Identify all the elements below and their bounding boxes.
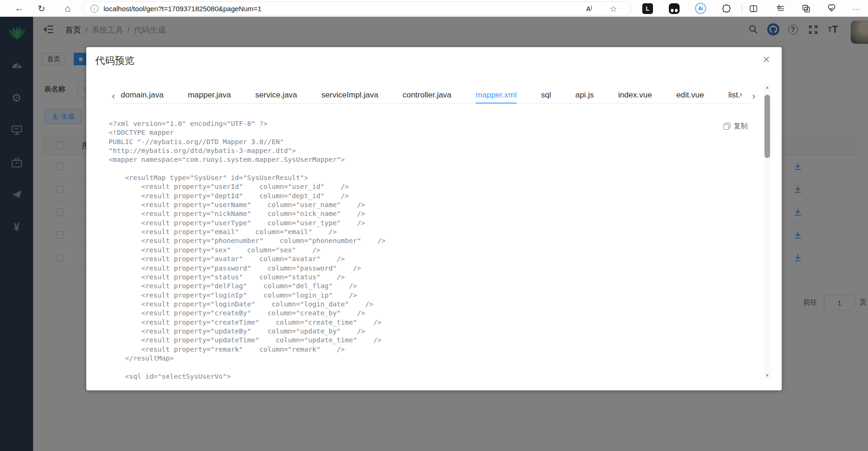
url-text[interactable]: localhost/tool/gen?t=1709371825080&pageN… — [104, 5, 262, 13]
tab-edit-vue[interactable]: edit.vue — [676, 88, 704, 104]
tab-serviceimpl-java[interactable]: serviceImpl.java — [321, 88, 378, 104]
tab-api-js[interactable]: api.js — [575, 88, 594, 104]
tab-list-vue[interactable]: list.vue — [728, 88, 742, 104]
tab-domain-java[interactable]: domain.java — [121, 88, 164, 104]
site-info-icon[interactable]: i — [90, 5, 98, 13]
app-root: ⚙ ¥ 首页/系统工具/代码生成 — [0, 17, 868, 451]
dialog-title: 代码预览 — [95, 54, 134, 67]
code-content[interactable]: <?xml version="1.0" encoding="UTF-8" ?> … — [109, 119, 738, 381]
extension-l-icon[interactable]: L — [642, 3, 653, 14]
extensions-puzzle-icon[interactable] — [720, 2, 732, 14]
code-preview-dialog: 代码预览 × ‹ domain.java mapper.java service… — [86, 47, 782, 390]
tab-mapper-xml[interactable]: mapper.xml — [476, 88, 517, 104]
tab-controller-java[interactable]: controller.java — [403, 88, 451, 104]
scrollbar-thumb[interactable] — [764, 95, 770, 158]
extension-ai-icon[interactable]: Ai — [695, 3, 706, 14]
browser-menu-icon[interactable]: ··· — [850, 2, 862, 14]
tabs-nav: domain.java mapper.java service.java ser… — [121, 88, 742, 104]
tab-sql[interactable]: sql — [541, 88, 551, 104]
address-bar[interactable]: i localhost/tool/gen?t=1709371825080&pag… — [83, 2, 631, 15]
file-tabs: ‹ domain.java mapper.java service.java s… — [111, 88, 751, 104]
extension-panda-icon[interactable] — [669, 3, 680, 14]
screen: ← ↻ ⌂ i localhost/tool/gen?t=17093718250… — [0, 0, 868, 451]
browser-back-icon[interactable]: ← — [13, 2, 25, 14]
browser-refresh-icon[interactable]: ↻ — [35, 2, 48, 14]
scroll-down-icon[interactable]: ▼ — [764, 372, 771, 379]
tab-service-java[interactable]: service.java — [255, 88, 297, 104]
browser-essentials-icon[interactable] — [826, 2, 838, 14]
toolbar-divider — [742, 4, 742, 13]
browser-home-icon[interactable]: ⌂ — [62, 2, 74, 14]
tabs-scroll-left-icon[interactable]: ‹ — [109, 88, 118, 104]
tab-actions-icon[interactable] — [800, 2, 812, 14]
browser-toolbar: ← ↻ ⌂ i localhost/tool/gen?t=17093718250… — [0, 0, 868, 17]
favorite-star-icon[interactable]: ☆ — [608, 4, 619, 14]
tab-index-vue[interactable]: index.vue — [618, 88, 652, 104]
split-screen-icon[interactable] — [747, 2, 759, 14]
collections-icon[interactable] — [774, 2, 786, 14]
read-aloud-icon[interactable]: A) — [583, 4, 595, 14]
code-scrollbar[interactable]: ▲ ▼ — [764, 83, 771, 380]
tabs-scroll-right-icon[interactable]: › — [749, 88, 758, 104]
dialog-close-icon[interactable]: × — [758, 51, 775, 68]
scroll-up-icon[interactable]: ▲ — [764, 84, 771, 90]
tab-mapper-java[interactable]: mapper.java — [188, 88, 231, 104]
